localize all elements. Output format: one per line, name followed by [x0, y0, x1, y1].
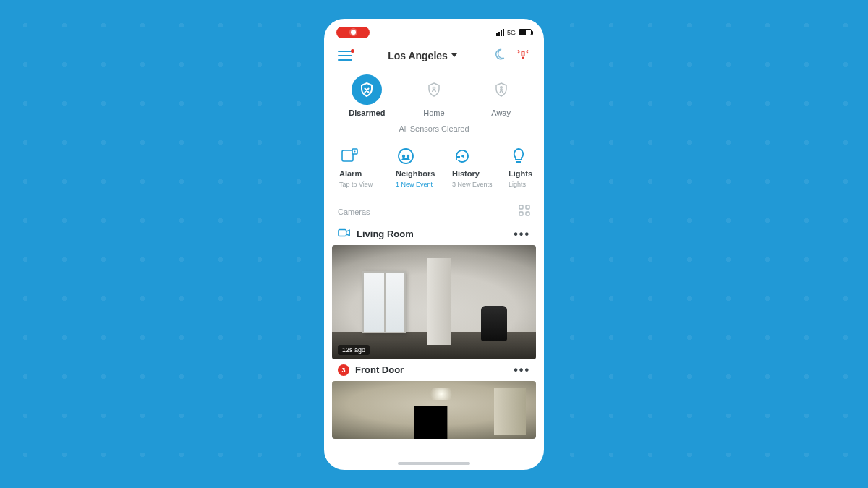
feed-timestamp: 12s ago — [338, 345, 370, 355]
app-header: Los Angeles — [326, 41, 542, 72]
tile-title: Lights — [509, 169, 542, 178]
svg-rect-11 — [526, 205, 529, 209]
arm-modes: Disarmed Home Away — [326, 72, 542, 119]
sensor-status: All Sensors Cleared — [326, 119, 542, 143]
svg-rect-0 — [522, 51, 524, 56]
shield-away-icon — [486, 74, 516, 105]
tile-alarm[interactable]: Alarm Tap to View — [339, 146, 396, 188]
svg-rect-12 — [519, 212, 523, 215]
cameras-section-header: Cameras — [326, 197, 542, 223]
tile-subtitle: Tap to View — [339, 181, 396, 188]
tile-lights[interactable]: Lights Lights — [509, 146, 542, 188]
svg-point-8 — [402, 154, 405, 157]
camera-more-button[interactable]: ••• — [514, 364, 530, 377]
svg-point-7 — [399, 149, 413, 163]
svg-rect-14 — [339, 229, 346, 236]
tile-subtitle: 1 New Event — [396, 181, 452, 188]
lightbulb-icon — [509, 146, 529, 166]
history-icon — [452, 146, 472, 166]
home-indicator — [398, 462, 470, 465]
quick-tiles: Alarm Tap to View Neighbors 1 New Event — [326, 143, 542, 197]
svg-point-1 — [522, 56, 524, 58]
neighbors-icon — [396, 146, 416, 166]
location-dropdown[interactable]: Los Angeles — [388, 50, 457, 61]
shield-home-icon — [419, 74, 449, 105]
mode-away[interactable]: Away — [472, 74, 530, 117]
svg-rect-13 — [526, 212, 529, 215]
night-mode-icon[interactable] — [493, 48, 506, 64]
camera-header-front-door[interactable]: 3 Front Door ••• — [326, 359, 542, 381]
phone-frame: 5G Los Angeles — [324, 19, 544, 470]
recording-pill — [336, 27, 370, 38]
mode-home[interactable]: Home — [405, 74, 463, 117]
tile-neighbors[interactable]: Neighbors 1 New Event — [396, 146, 452, 188]
event-count-badge: 3 — [338, 364, 349, 376]
svg-point-2 — [433, 87, 435, 89]
network-label: 5G — [507, 29, 516, 36]
signal-icon — [496, 29, 504, 36]
grid-view-toggle[interactable] — [519, 205, 530, 219]
tile-subtitle: 3 New Events — [452, 181, 509, 188]
camera-name: Front Door — [355, 364, 404, 375]
camera-more-button[interactable]: ••• — [514, 228, 530, 241]
alarm-icon — [339, 146, 359, 166]
shield-disarmed-icon — [352, 74, 382, 105]
mode-label: Disarmed — [349, 108, 385, 117]
section-title: Cameras — [338, 207, 370, 216]
tile-title: History — [452, 169, 509, 178]
status-bar: 5G — [326, 21, 542, 41]
mode-label: Away — [491, 108, 511, 117]
tile-title: Neighbors — [396, 169, 452, 178]
location-label: Los Angeles — [388, 50, 448, 61]
camera-feed-living-room[interactable]: 12s ago — [332, 245, 536, 359]
camera-icon — [338, 228, 351, 241]
svg-rect-10 — [519, 205, 523, 209]
mode-disarmed[interactable]: Disarmed — [338, 74, 396, 117]
camera-feed-front-door[interactable] — [332, 381, 536, 439]
siren-alert-icon[interactable] — [516, 47, 530, 64]
svg-point-9 — [407, 154, 409, 157]
mode-label: Home — [423, 108, 444, 117]
notification-dot-icon — [351, 49, 354, 53]
chevron-down-icon — [451, 53, 457, 57]
tile-subtitle: Lights — [509, 181, 542, 188]
tile-history[interactable]: History 3 New Events — [452, 146, 509, 188]
menu-button[interactable] — [338, 51, 352, 61]
camera-header-living-room[interactable]: Living Room ••• — [326, 223, 542, 245]
camera-name: Living Room — [357, 228, 414, 239]
tile-title: Alarm — [339, 169, 396, 178]
svg-point-3 — [500, 86, 501, 87]
record-dot-icon — [351, 30, 356, 35]
svg-rect-4 — [342, 150, 353, 161]
svg-point-6 — [354, 150, 356, 152]
battery-icon — [519, 29, 532, 35]
